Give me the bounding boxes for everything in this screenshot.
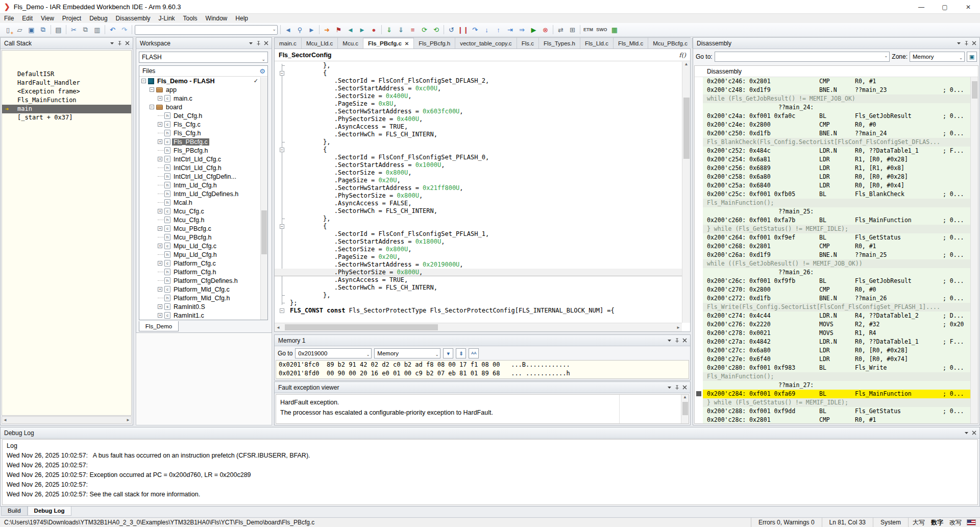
editor-tab-fls-pbcfg-c[interactable]: Fls_PBcfg.c✕ — [363, 38, 414, 49]
disassembly-row[interactable]: ??main_27: — [695, 381, 970, 390]
disassembly-vscrollbar[interactable] — [970, 77, 978, 423]
disassembly-row[interactable]: 0x200'c28c: 0x2801CMPR0, #1 — [695, 416, 970, 423]
disassembly-panel-title[interactable]: Disassembly — [693, 38, 979, 49]
memory-panel-title[interactable]: Memory 1 — [275, 335, 690, 346]
panel-menu-icon[interactable] — [667, 338, 672, 343]
code-line[interactable]: .SectorId = FlsConf_FlsConfigSet_DFLASH_… — [275, 77, 682, 85]
code-line[interactable]: .PhySectorSize = 0x400U, — [275, 115, 682, 123]
disassembly-row[interactable]: Fls_MainFunction(); — [695, 372, 970, 381]
code-line[interactable]: .SectorHwStartAddress = 0x2019000U, — [275, 261, 682, 269]
disassembly-row[interactable]: 0x200'c24e: 0x2800CMPR0, #0 — [695, 121, 970, 129]
code-line[interactable]: }; — [275, 299, 682, 307]
call-stack-hscrollbar[interactable]: ◄► — [2, 416, 132, 424]
refresh-icon[interactable]: ⟳ — [419, 25, 430, 35]
disassembly-row[interactable]: 0x200'c25c: 0xf001 0xfb05BLFls_BlankChec… — [695, 190, 970, 199]
code-line[interactable]: −FLS_CONST const Fls_SectorProtectType F… — [275, 307, 682, 315]
code-line[interactable]: .SectorSize = 0x800U, — [275, 246, 682, 253]
menu-jlink[interactable]: J-Link — [155, 14, 179, 22]
disassembly-row[interactable]: 0x200'c256: 0x6889LDRR1, [R1, #0x8] — [695, 164, 970, 173]
tree-item-raminit0-s[interactable]: +sRamInit0.S — [139, 302, 267, 311]
collapse-icon[interactable]: − — [141, 79, 146, 83]
editor-tab-vector-table-copy-c[interactable]: vector_table_copy.c — [455, 38, 517, 49]
code-line[interactable]: .AsyncAccess = TRUE, — [275, 276, 682, 284]
pin-icon[interactable] — [117, 41, 122, 46]
code-line[interactable]: − { — [275, 69, 682, 77]
menu-edit[interactable]: Edit — [18, 14, 37, 22]
memory-zone-select[interactable]: Memory⌄ — [374, 348, 440, 358]
call-stack-item[interactable]: <Exception frame> — [2, 87, 131, 96]
memory-format-icon[interactable]: AA — [469, 348, 479, 358]
expand-icon[interactable]: + — [158, 261, 162, 266]
minimize-button[interactable]: — — [910, 0, 933, 14]
code-line[interactable]: .PageSize = 0x8U, — [275, 100, 682, 108]
next-statement-icon[interactable]: ⇥ — [504, 25, 516, 35]
stop-debug-icon[interactable]: ⊗ — [540, 25, 551, 35]
pin-icon[interactable] — [964, 41, 969, 46]
call-stack-item[interactable]: Fls_MainFunction — [2, 96, 131, 105]
tree-item-mpu-lld-cfg-c[interactable]: +cMpu_Lld_Cfg.c — [139, 242, 267, 250]
disassembly-row[interactable]: 0x200'c27e: 0x6f40LDRR0, [R0, #0x74] — [695, 355, 970, 364]
trace-etm-label[interactable]: ETM — [582, 26, 595, 33]
save-all-icon[interactable]: ⧉ — [37, 25, 49, 35]
code-line[interactable]: .PageSize = 0x20U, — [275, 253, 682, 261]
download-debug-icon[interactable]: ⇓ — [395, 25, 407, 35]
fault-viewer-panel-title[interactable]: Fault exception viewer — [275, 382, 690, 393]
workspace-vscrollbar[interactable] — [260, 77, 267, 320]
disassembly-row[interactable]: while (Fls_GetJobResult() != MEMIF_JOB_O… — [695, 94, 970, 103]
pin-icon[interactable] — [256, 41, 261, 46]
disassembly-row[interactable]: 0x200'c252: 0x484cLDR.NR0, ??DataTable1_… — [695, 147, 970, 155]
expand-icon[interactable]: + — [158, 209, 162, 213]
code-editor-area[interactable]: },− { .SectorId = FlsConf_FlsConfigSet_D… — [275, 62, 682, 323]
editor-tab-fls-c[interactable]: Fls.c — [517, 38, 539, 49]
editor-tab-main-c[interactable]: main.c — [275, 38, 302, 49]
tree-item-fls-demo-flash[interactable]: −Fls_Demo - FLASH✓ — [139, 77, 267, 85]
workspace-project-tab[interactable]: Fls_Demo — [139, 321, 179, 331]
editor-tab-fls-mld-c[interactable]: Fls_Mld.c — [614, 38, 648, 49]
macro-icon[interactable]: ⇄ — [555, 25, 567, 35]
disassembly-row[interactable]: 0x200'c26c: 0xf001 0xf9fbBLFls_GetJobRes… — [695, 277, 970, 285]
code-line[interactable]: .SectorHwStartAddress = 0x21ff800U, — [275, 184, 682, 192]
editor-tab-mcu-pbcfg-c[interactable]: Mcu_PBcfg.c — [648, 38, 693, 49]
download-flash-icon[interactable]: ⇓ — [383, 25, 395, 35]
editor-tab-mcu-lld-c[interactable]: Mcu_Lld.c — [302, 38, 338, 49]
code-line[interactable]: .PhySectorSize = 0x800U, — [275, 269, 682, 276]
code-line[interactable]: .PhySectorSize = 0x800U, — [275, 192, 682, 200]
print-icon[interactable]: ▤ — [53, 25, 64, 35]
disassembly-row[interactable]: ??main_24: — [695, 103, 970, 112]
disassembly-row[interactable]: 0x200'c288: 0xf001 0xf9ddBLFls_GetStatus… — [695, 407, 970, 416]
save-icon[interactable]: ▣ — [26, 25, 37, 35]
debug-log-panel-title[interactable]: Debug Log — [1, 427, 979, 439]
code-line[interactable]: .SectorHwCh = FLS_CH_INTERN, — [275, 284, 682, 292]
disassembly-goto-input[interactable]: ⌄ — [715, 52, 890, 62]
disassembly-row[interactable]: 0x200'c274: 0x4c44LDR.NR4, ??DataTable1_… — [695, 312, 970, 320]
search-icon[interactable]: ⚲ — [294, 25, 306, 35]
disassembly-listing[interactable]: 0x200'c246: 0x2801CMPR0, #10x200'c248: 0… — [695, 77, 970, 423]
code-line[interactable]: }, — [275, 215, 682, 223]
views-icon[interactable]: ≡ — [407, 25, 419, 35]
panel-menu-icon[interactable] — [957, 41, 961, 45]
disassembly-row[interactable]: 0x200'c284: 0xf001 0xfa69BLFls_MainFunct… — [695, 390, 970, 398]
redo-icon[interactable]: ↷ — [118, 25, 130, 35]
tree-item-fls-cfg-c[interactable]: +cFls_Cfg.c — [139, 120, 267, 129]
expand-icon[interactable]: + — [158, 287, 162, 292]
debug-log-content[interactable]: LogWed Nov 26, 2025 10:02:57: A bus faul… — [2, 439, 978, 505]
code-line[interactable]: }, — [275, 292, 682, 299]
memory-window-icon[interactable]: ⊞ — [567, 25, 578, 35]
tree-item-intctrl-lld-cfg-h[interactable]: hIntCtrl_Lld_Cfg.h — [139, 163, 267, 172]
memory-row[interactable]: 0x0201'8fd0 00 90 00 20 16 e0 01 00 c9 b… — [276, 369, 689, 378]
disassembly-row[interactable]: Fls_Write(Fls_Config.SectorList[FlsConf_… — [695, 303, 970, 312]
pin-icon[interactable] — [675, 385, 679, 390]
editor-tab-fls-lld-c[interactable]: Fls_Lld.c — [580, 38, 614, 49]
code-line[interactable]: .PageSize = 0x20U, — [275, 177, 682, 184]
close-icon[interactable] — [125, 41, 130, 45]
menu-file[interactable]: File — [0, 14, 18, 22]
menu-tools[interactable]: Tools — [179, 14, 202, 22]
disassembly-row[interactable]: } while (Fls_GetStatus() != MEMIF_IDLE); — [695, 398, 970, 407]
tree-item-app[interactable]: −app — [139, 85, 267, 94]
workspace-panel-title[interactable]: Workspace — [136, 38, 272, 49]
code-line[interactable]: − { — [275, 223, 682, 230]
close-icon[interactable] — [972, 41, 976, 45]
code-line[interactable]: .SectorId = FlsConf_FlsConfigSet_PFLASH_… — [275, 154, 682, 161]
paste-icon[interactable]: ▥ — [91, 25, 103, 35]
open-icon[interactable]: ▱ — [14, 25, 26, 35]
